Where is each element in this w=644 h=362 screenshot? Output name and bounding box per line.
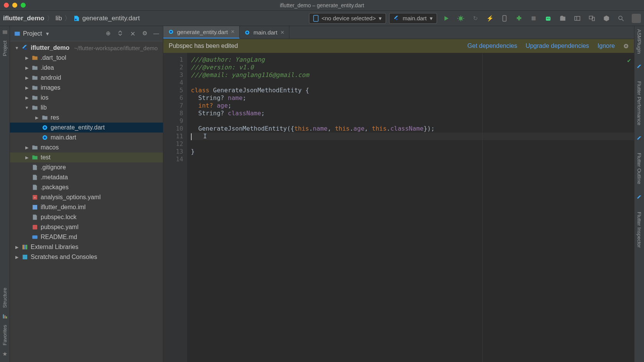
expand-icon[interactable] [117, 30, 123, 38]
robot-icon[interactable] [544, 15, 552, 22]
chevron-down-icon: ▼ [15, 46, 19, 50]
chevron-right-icon: ▶ [25, 145, 29, 150]
close-window-button[interactable] [4, 3, 9, 8]
chevron-right-icon: ▶ [25, 75, 29, 80]
code-editor[interactable]: 1 2 3 4 5 6 7 8 9 10 11 12 13 14 ✔ ///@a… [163, 53, 634, 362]
tree-file[interactable]: pubspec.yaml [10, 222, 163, 232]
tree-file[interactable]: .packages [10, 182, 163, 192]
structure-rail-tab[interactable]: Structure [2, 288, 8, 308]
tree-folder[interactable]: ▶android [10, 73, 163, 83]
svg-rect-14 [3, 30, 7, 34]
run-config-selector[interactable]: main.dart ▾ [389, 13, 437, 24]
asmplugin-rail-tab[interactable]: ASMPlugin [636, 29, 642, 54]
chevron-down-icon: ▾ [379, 15, 382, 22]
star-icon[interactable]: ★ [2, 351, 7, 357]
tree-label: .metadata [41, 174, 68, 181]
flutter-outline-rail-tab[interactable]: Flutter Outline [636, 153, 642, 184]
tree-external-libs[interactable]: ▶External Libraries [10, 242, 163, 252]
breadcrumb-folder[interactable]: lib [56, 15, 62, 22]
inspection-ok-icon[interactable]: ✔ [627, 57, 631, 64]
svg-rect-4 [532, 16, 536, 20]
gear-icon[interactable]: ⚙ [142, 30, 147, 38]
markdown-file-icon [31, 234, 38, 241]
collapse-icon[interactable] [130, 30, 136, 38]
flutter-performance-rail-tab[interactable]: Flutter Performance [636, 81, 642, 125]
gear-icon[interactable]: ⚙ [623, 43, 629, 50]
text-file-icon [31, 184, 38, 191]
tree-file[interactable]: README.md [10, 232, 163, 242]
code-body[interactable]: ✔ ///@author: YangLang ///@version: v1.0… [187, 53, 634, 362]
device-selector[interactable]: <no device selected> ▾ [309, 13, 386, 24]
debug-button[interactable] [457, 15, 465, 22]
tree-file[interactable]: .metadata [10, 172, 163, 182]
favorites-rail-tab[interactable]: Favorites [2, 325, 8, 345]
svg-line-13 [622, 19, 624, 21]
structure-rail-icon[interactable] [2, 313, 8, 319]
tab-generate-entity[interactable]: generate_entity.dart × [163, 26, 240, 39]
chevron-right-icon: ▶ [15, 245, 19, 250]
tree-file[interactable]: pubspec.lock [10, 212, 163, 222]
package-icon[interactable] [603, 15, 610, 22]
tree-folder[interactable]: ▶res [10, 113, 163, 123]
minimize-icon[interactable]: — [153, 30, 159, 38]
flutter-inspector-rail-tab[interactable]: Flutter Inspector [636, 212, 642, 248]
tree-folder[interactable]: ▶.dart_tool [10, 53, 163, 63]
yaml-file-icon: Y [31, 194, 38, 201]
tree-root[interactable]: ▼ iflutter_demo ~/flutter-workspace/iflu… [10, 43, 163, 53]
tree-label: iflutter_demo.iml [41, 204, 85, 211]
upgrade-dependencies-link[interactable]: Upgrade dependencies [526, 43, 589, 49]
dart-file-icon [168, 29, 174, 35]
project-rail-icon[interactable] [2, 29, 8, 35]
tab-main[interactable]: main.dart × [240, 26, 289, 39]
folder-icon [31, 64, 38, 71]
get-dependencies-link[interactable]: Get dependencies [467, 43, 517, 49]
tree-folder-test[interactable]: ▶test [10, 152, 163, 162]
tree-label: macos [41, 144, 59, 151]
open-button[interactable] [559, 15, 567, 22]
devices-icon[interactable] [588, 15, 596, 22]
tree-file[interactable]: iflutter_demo.iml [10, 202, 163, 212]
svg-rect-27 [32, 236, 38, 239]
ignore-link[interactable]: Ignore [598, 43, 615, 49]
breadcrumb-project[interactable]: iflutter_demo [3, 15, 44, 22]
iml-file-icon [31, 204, 38, 211]
tree-file-main[interactable]: main.dart [10, 133, 163, 143]
stop-button[interactable] [530, 15, 537, 22]
tree-folder[interactable]: ▶macos [10, 143, 163, 152]
tree-folder[interactable]: ▶.idea [10, 63, 163, 73]
tree-file[interactable]: .gitignore [10, 162, 163, 172]
tree-file[interactable]: Yanalysis_options.yaml [10, 192, 163, 202]
flash-button[interactable]: ⚡ [486, 15, 494, 22]
close-icon[interactable]: × [281, 29, 284, 36]
layout-icon[interactable] [573, 15, 581, 22]
breadcrumb-file[interactable]: generate_entity.dart [82, 15, 140, 22]
tree-label: pubspec.yaml [41, 224, 79, 231]
tree-label: android [41, 74, 61, 81]
tree-label: lib [41, 104, 47, 111]
minimize-window-button[interactable] [12, 3, 17, 8]
reload-button[interactable]: ↻ [472, 15, 479, 22]
tree-folder-lib[interactable]: ▼lib [10, 103, 163, 113]
tree-folder[interactable]: ▶ios [10, 93, 163, 103]
svg-rect-15 [3, 314, 4, 318]
project-rail-tab[interactable]: Project [2, 41, 8, 56]
chevron-down-icon[interactable]: ▾ [46, 30, 49, 37]
puzzle-icon[interactable] [515, 15, 523, 22]
tree-file-generate-entity[interactable]: generate_entity.dart [10, 123, 163, 133]
library-icon [21, 244, 28, 251]
titlebar: iflutter_demo – generate_entity.dart [0, 0, 644, 11]
tree-label: generate_entity.dart [51, 124, 105, 131]
target-icon[interactable]: ⊕ [106, 30, 111, 38]
user-avatar[interactable] [632, 14, 641, 23]
search-icon[interactable] [617, 15, 625, 22]
flutter-icon [636, 64, 642, 70]
text-file-icon [31, 164, 38, 171]
run-button[interactable] [442, 15, 450, 22]
tree-scratches[interactable]: ▶Scratches and Consoles [10, 252, 163, 262]
tree-folder[interactable]: ▶images [10, 83, 163, 93]
devtools-phone-icon[interactable] [501, 15, 508, 22]
svg-point-0 [75, 18, 77, 20]
maximize-window-button[interactable] [21, 3, 26, 8]
tree-label: Scratches and Consoles [31, 254, 97, 260]
close-icon[interactable]: × [231, 28, 235, 36]
